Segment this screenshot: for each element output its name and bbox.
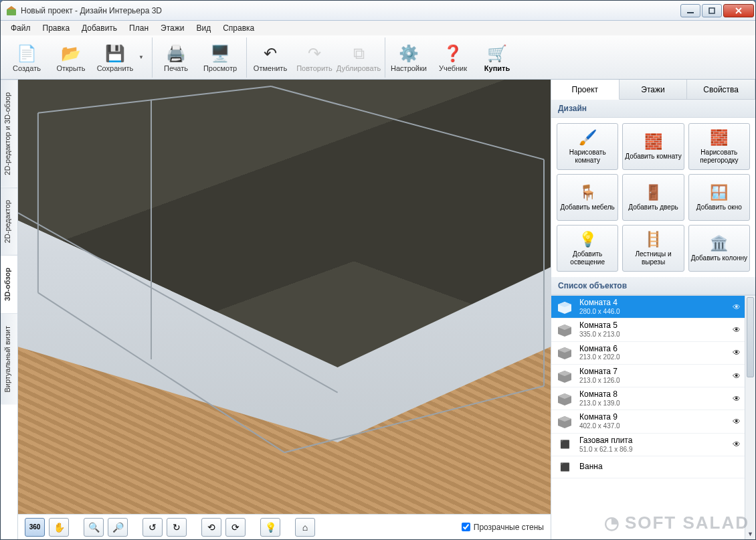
home-view-button[interactable]: ⌂ xyxy=(295,518,315,537)
zoom-out-icon: 🔍 xyxy=(88,522,100,533)
rotate-ccw-button[interactable]: ↺ xyxy=(143,518,163,537)
monitor-icon: 🖥️ xyxy=(209,43,231,64)
visibility-eye-icon[interactable]: 👁 xyxy=(733,325,741,335)
vtab-2d-3d[interactable]: 2D-редактор и 3D-обзор xyxy=(1,80,17,187)
object-item-6[interactable]: ⬛Газовая плита51.0 x 62.1 x 86.9👁 xyxy=(551,434,745,456)
viewport-controls: 360 ✋ 🔍 🔎 ↺ ↻ ⟲ ⟳ 💡 ⌂ Прозрачные стены xyxy=(18,514,551,539)
menu-floors[interactable]: Этажи xyxy=(155,22,190,34)
right-panel: Проект Этажи Свойства Дизайн 🖌️Нарисоват… xyxy=(551,80,755,539)
tab-floors[interactable]: Этажи xyxy=(620,80,688,99)
scroll-down-icon[interactable]: ▼ xyxy=(745,529,755,539)
object-item-3[interactable]: Комната 7213.0 x 126.0👁 xyxy=(551,365,745,387)
maximize-button[interactable] xyxy=(702,4,722,17)
menu-file[interactable]: Файл xyxy=(5,22,37,34)
viewport-container: 360 ✋ 🔍 🔎 ↺ ↻ ⟲ ⟳ 💡 ⌂ Прозрачные стены xyxy=(18,80,551,539)
object-item-0[interactable]: Комната 4280.0 x 446.0👁 xyxy=(551,296,745,319)
stairs-button[interactable]: 🪜Лестницы и вырезы xyxy=(622,225,684,272)
light-icon: 💡 xyxy=(579,231,597,248)
add-door-button[interactable]: 🚪Добавить дверь xyxy=(622,174,684,221)
menu-edit[interactable]: Правка xyxy=(37,22,76,34)
tilt-right-button[interactable]: ⟳ xyxy=(225,518,246,537)
new-file-icon: 📄 xyxy=(16,43,37,64)
visibility-eye-icon[interactable]: 👁 xyxy=(733,371,741,381)
object-item-5[interactable]: Комната 9402.0 x 437.0👁 xyxy=(551,410,745,433)
transparent-walls-check[interactable]: Прозрачные стены xyxy=(462,523,544,532)
object-item-4[interactable]: Комната 8213.0 x 139.0👁 xyxy=(551,387,745,410)
folder-open-icon: 📂 xyxy=(60,43,82,64)
wall-icon: 🧱 xyxy=(710,129,728,147)
object-list-scrollbar[interactable]: ▲ ▼ xyxy=(745,296,755,539)
visibility-eye-icon[interactable]: 👁 xyxy=(733,348,741,357)
tab-project[interactable]: Проект xyxy=(551,80,620,100)
menu-view[interactable]: Вид xyxy=(190,22,217,34)
pan-button[interactable]: ✋ xyxy=(49,518,69,537)
buy-button[interactable]: 🛒Купить xyxy=(476,38,518,77)
transparent-walls-checkbox[interactable] xyxy=(462,523,470,531)
object-icon xyxy=(555,391,574,407)
close-button[interactable] xyxy=(723,4,754,17)
window-title: Новый проект - Дизайн Интерьера 3D xyxy=(21,6,679,15)
create-button[interactable]: 📄Создать xyxy=(6,38,48,77)
visibility-eye-icon[interactable]: 👁 xyxy=(733,302,741,312)
object-item-1[interactable]: Комната 5335.0 x 213.0👁 xyxy=(551,319,745,341)
svg-rect-0 xyxy=(7,9,16,15)
save-dropdown[interactable]: ▼ xyxy=(138,54,147,60)
objects-header: Список объектов xyxy=(551,277,755,295)
column-icon: 🏛️ xyxy=(710,235,728,252)
object-item-7[interactable]: ⬛Ванна xyxy=(551,456,745,478)
draw-partition-button[interactable]: 🧱Нарисовать перегородку xyxy=(688,123,750,170)
vtab-3d[interactable]: 3D-обзор xyxy=(1,255,17,313)
menu-add[interactable]: Добавить xyxy=(76,22,123,34)
add-light-button[interactable]: 💡Добавить освещение xyxy=(557,225,618,272)
rotate-cw-icon: ↻ xyxy=(173,522,181,533)
draw-room-button[interactable]: 🖌️Нарисовать комнату xyxy=(557,123,618,170)
object-icon xyxy=(555,414,574,430)
3d-viewport[interactable] xyxy=(18,80,551,514)
menu-help[interactable]: Справка xyxy=(217,22,260,34)
duplicate-button[interactable]: ⧉Дублировать xyxy=(338,38,379,77)
object-dimensions: 51.0 x 62.1 x 86.9 xyxy=(579,446,633,454)
visibility-eye-icon[interactable]: 👁 xyxy=(733,394,741,403)
tab-properties[interactable]: Свойства xyxy=(687,80,755,99)
vtab-virtual[interactable]: Виртуальный визит xyxy=(1,313,17,405)
cart-icon: 🛒 xyxy=(486,43,508,64)
design-header: Дизайн xyxy=(551,100,755,118)
vtab-2d[interactable]: 2D-редактор xyxy=(1,187,17,255)
visibility-eye-icon[interactable]: 👁 xyxy=(733,417,741,426)
add-furniture-button[interactable]: 🪑Добавить мебель xyxy=(557,174,618,221)
object-dimensions: 213.0 x 139.0 xyxy=(579,399,620,408)
tutorial-button[interactable]: ❓Учебник xyxy=(432,38,474,77)
redo-button[interactable]: ↷Повторить xyxy=(294,38,335,77)
add-window-button[interactable]: 🪟Добавить окно xyxy=(688,174,750,221)
add-room-button[interactable]: 🧱Добавить комнату xyxy=(622,123,684,170)
zoom-out-button[interactable]: 🔍 xyxy=(84,518,104,537)
rotate-360-button[interactable]: 360 xyxy=(25,518,45,537)
visibility-eye-icon[interactable]: 👁 xyxy=(733,440,741,449)
view-tabs: 2D-редактор и 3D-обзор 2D-редактор 3D-об… xyxy=(1,80,18,539)
menu-plan[interactable]: План xyxy=(123,22,155,34)
open-button[interactable]: 📂Открыть xyxy=(50,38,92,77)
toolbar: 📄Создать 📂Открыть 💾Сохранить ▼ 🖨️Печать … xyxy=(1,35,755,80)
undo-button[interactable]: ↶Отменить xyxy=(250,38,291,77)
add-column-button[interactable]: 🏛️Добавить колонну xyxy=(688,225,750,272)
gear-icon: ⚙️ xyxy=(398,43,419,64)
settings-button[interactable]: ⚙️Настройки xyxy=(388,38,430,77)
print-button[interactable]: 🖨️Печать xyxy=(155,38,197,77)
object-icon xyxy=(555,368,574,384)
zoom-in-icon: 🔎 xyxy=(112,522,124,533)
minimize-button[interactable] xyxy=(680,4,700,17)
rotate-cw-button[interactable]: ↻ xyxy=(167,518,187,537)
scroll-thumb[interactable] xyxy=(747,297,754,377)
object-name: Комната 5 xyxy=(579,321,620,331)
svg-marker-1 xyxy=(7,6,16,9)
tilt-left-button[interactable]: ⟲ xyxy=(201,518,221,537)
object-item-2[interactable]: Комната 6213.0 x 202.0👁 xyxy=(551,342,745,365)
rotate-360-icon: 360 xyxy=(29,523,41,531)
object-dimensions: 335.0 x 213.0 xyxy=(579,331,620,339)
preview-button[interactable]: 🖥️Просмотр xyxy=(199,38,241,77)
save-button[interactable]: 💾Сохранить xyxy=(94,38,136,77)
zoom-in-button[interactable]: 🔎 xyxy=(108,518,128,537)
object-icon xyxy=(555,299,574,315)
object-list: ▲ ▼ Комната 4280.0 x 446.0👁Комната 5335.… xyxy=(551,295,755,539)
light-toggle-button[interactable]: 💡 xyxy=(260,518,280,537)
